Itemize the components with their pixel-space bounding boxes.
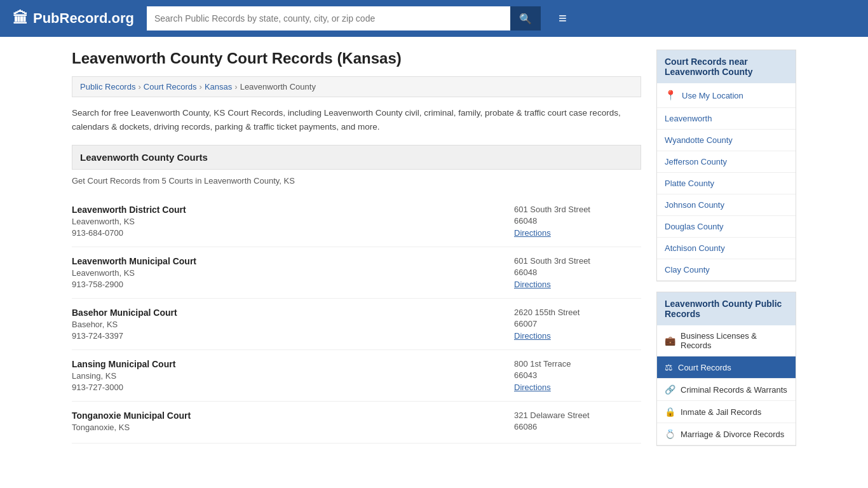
pubrecord-icon: 💼 (665, 336, 675, 346)
directions-link[interactable]: Directions (514, 228, 551, 238)
court-name: Basehor Municipal Court (72, 308, 177, 318)
breadcrumb-link-public-records[interactable]: Public Records (80, 82, 135, 92)
sidebar-nearby-link[interactable]: Johnson County (657, 194, 796, 216)
courts-list: Leavenworth District Court Leavenworth, … (72, 196, 641, 444)
court-city: Lansing, KS (72, 371, 175, 381)
pubrecord-label: Inmate & Jail Records (681, 407, 761, 417)
court-city: Tonganoxie, KS (72, 423, 191, 432)
court-right: 601 South 3rd Street 66048 Directions (514, 205, 641, 238)
court-city: Leavenworth, KS (72, 268, 196, 278)
court-address: 601 South 3rd Street (514, 205, 641, 214)
pubrecord-label: Business Licenses & Records (681, 331, 788, 350)
court-city: Basehor, KS (72, 320, 177, 329)
court-entry: Tonganoxie Municipal Court Tonganoxie, K… (72, 402, 641, 444)
breadcrumb-current: Leavenworth County (240, 82, 316, 92)
pubrecord-label: Criminal Records & Warrants (681, 385, 787, 395)
court-city: Leavenworth, KS (72, 217, 186, 226)
menu-button[interactable]: ≡ (553, 8, 572, 29)
directions-link[interactable]: Directions (514, 280, 551, 289)
pubrecord-item[interactable]: 🔒 Inmate & Jail Records (657, 401, 796, 423)
court-zip: 66048 (514, 216, 641, 226)
search-bar: 🔍 (147, 6, 541, 30)
court-entry: Basehor Municipal Court Basehor, KS 913-… (72, 299, 641, 350)
pubrecord-icon: 🔗 (665, 384, 675, 395)
court-left: Tonganoxie Municipal Court Tonganoxie, K… (72, 410, 191, 434)
court-zip: 66043 (514, 370, 641, 380)
pubrecord-icon: ⚖ (665, 362, 673, 372)
page-title: Leavenworth County Court Records (Kansas… (72, 50, 641, 67)
breadcrumb: Public Records › Court Records › Kansas … (72, 76, 641, 97)
pubrecord-item[interactable]: 🔗 Criminal Records & Warrants (657, 379, 796, 401)
court-phone: 913-684-0700 (72, 228, 186, 238)
page-description: Search for free Leavenworth County, KS C… (72, 106, 641, 133)
court-zip: 66048 (514, 268, 641, 277)
pubrecord-item[interactable]: 💼 Business Licenses & Records (657, 325, 796, 356)
court-phone: 913-724-3397 (72, 331, 177, 341)
content-area: Leavenworth County Court Records (Kansas… (72, 50, 641, 456)
pubrecord-icon: 💍 (665, 429, 675, 439)
section-header: Leavenworth County Courts (72, 145, 641, 170)
court-name: Tonganoxie Municipal Court (72, 410, 191, 421)
breadcrumb-link-kansas[interactable]: Kansas (205, 82, 232, 92)
court-zip: 66086 (514, 422, 641, 431)
courts-count: Get Court Records from 5 Courts in Leave… (72, 176, 641, 186)
pubrecord-label: Court Records (678, 363, 731, 372)
pubrecord-item[interactable]: 💍 Marriage & Divorce Records (657, 423, 796, 445)
court-name: Leavenworth District Court (72, 205, 186, 215)
court-left: Basehor Municipal Court Basehor, KS 913-… (72, 308, 177, 341)
sidebar-nearby-link[interactable]: Leavenworth (657, 108, 796, 130)
location-pin-icon: 📍 (665, 90, 677, 101)
logo-text: PubRecord.org (33, 10, 134, 27)
court-right: 2620 155th Street 66007 Directions (514, 308, 641, 341)
main-container: Leavenworth County Court Records (Kansas… (59, 37, 809, 469)
pubrecord-label: Marriage & Divorce Records (681, 430, 784, 439)
court-name: Leavenworth Municipal Court (72, 256, 196, 266)
use-location-item[interactable]: 📍 Use My Location (657, 83, 796, 108)
court-address: 601 South 3rd Street (514, 256, 641, 266)
court-right: 321 Delaware Street 66086 (514, 410, 641, 434)
search-input[interactable] (147, 6, 510, 30)
court-left: Lansing Municipal Court Lansing, KS 913-… (72, 359, 175, 392)
sidebar-nearby-link[interactable]: Clay County (657, 259, 796, 281)
court-entry: Leavenworth District Court Leavenworth, … (72, 196, 641, 247)
sidebar-pubrecords-box: Leavenworth County Public Records 💼 Busi… (656, 292, 796, 446)
court-left: Leavenworth District Court Leavenworth, … (72, 205, 186, 238)
search-button[interactable]: 🔍 (510, 6, 541, 30)
sidebar-nearby-link[interactable]: Jefferson County (657, 151, 796, 173)
logo-icon: 🏛 (13, 10, 28, 27)
sidebar-nearby-box: Court Records near Leavenworth County 📍 … (656, 50, 796, 281)
breadcrumb-link-court-records[interactable]: Court Records (144, 82, 197, 92)
sidebar-nearby-link[interactable]: Platte County (657, 173, 796, 194)
breadcrumb-sep-1: › (138, 82, 140, 92)
sidebar-pubrecords-items: 💼 Business Licenses & Records ⚖ Court Re… (657, 325, 796, 445)
court-address: 2620 155th Street (514, 308, 641, 317)
court-address: 321 Delaware Street (514, 410, 641, 420)
sidebar-links-container: LeavenworthWyandotte CountyJefferson Cou… (657, 108, 796, 281)
pubrecord-icon: 🔒 (665, 407, 675, 417)
breadcrumb-sep-3: › (234, 82, 237, 92)
site-header: 🏛 PubRecord.org 🔍 ≡ (0, 0, 868, 37)
sidebar-nearby-link[interactable]: Atchison County (657, 238, 796, 259)
court-right: 601 South 3rd Street 66048 Directions (514, 256, 641, 289)
court-left: Leavenworth Municipal Court Leavenworth,… (72, 256, 196, 289)
court-name: Lansing Municipal Court (72, 359, 175, 369)
pubrecord-item[interactable]: ⚖ Court Records (657, 356, 796, 379)
use-location-text: Use My Location (682, 91, 743, 100)
directions-link[interactable]: Directions (514, 383, 551, 392)
court-entry: Lansing Municipal Court Lansing, KS 913-… (72, 350, 641, 402)
sidebar-nearby-header: Court Records near Leavenworth County (657, 50, 796, 83)
sidebar-nearby-link[interactable]: Wyandotte County (657, 130, 796, 151)
sidebar-nearby-link[interactable]: Douglas County (657, 216, 796, 238)
sidebar-pubrecords-header: Leavenworth County Public Records (657, 292, 796, 325)
court-phone: 913-758-2900 (72, 280, 196, 289)
court-zip: 66007 (514, 319, 641, 329)
sidebar: Court Records near Leavenworth County 📍 … (656, 50, 796, 456)
breadcrumb-sep-2: › (200, 82, 202, 92)
court-phone: 913-727-3000 (72, 383, 175, 392)
court-entry: Leavenworth Municipal Court Leavenworth,… (72, 247, 641, 299)
directions-link[interactable]: Directions (514, 331, 551, 341)
site-logo[interactable]: 🏛 PubRecord.org (13, 10, 134, 27)
court-right: 800 1st Terrace 66043 Directions (514, 359, 641, 392)
court-address: 800 1st Terrace (514, 359, 641, 369)
